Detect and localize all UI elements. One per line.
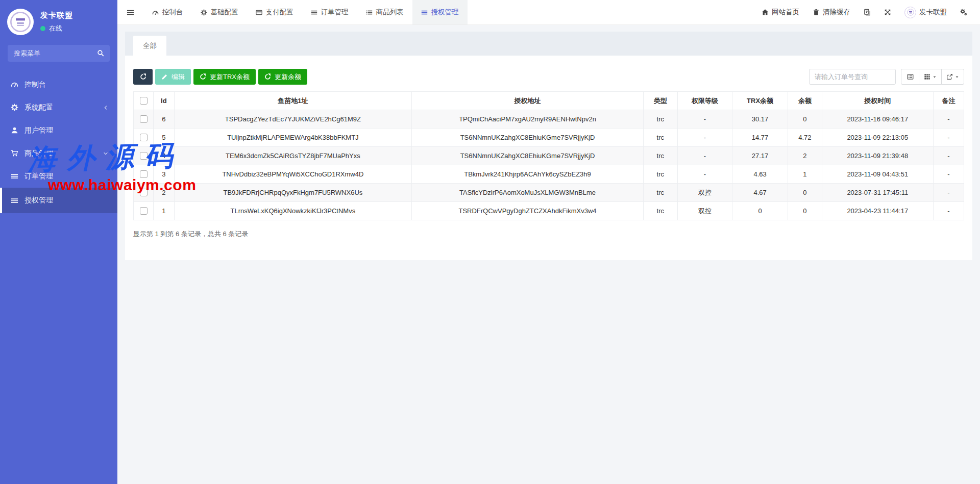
nav-tab-label: 订单管理 (321, 8, 349, 17)
row-checkbox-cell (134, 165, 154, 184)
table-cell: 2023-11-09 21:39:48 (822, 147, 933, 165)
settings-button[interactable] (953, 0, 974, 24)
select-all-checkbox[interactable] (140, 97, 148, 105)
sidebar-item-dashboard[interactable]: 控制台 (0, 73, 117, 96)
table-row: 6TSPDacgZYezTdEc7YJUKMZiVE2hCg61M9ZTPQmi… (134, 110, 964, 129)
sidebar-item-user-management[interactable]: 用户管理 (0, 119, 117, 142)
row-checkbox[interactable] (140, 134, 148, 141)
detail-view-icon (907, 73, 914, 80)
table-cell: trc (643, 147, 677, 165)
checkbox-column-header (134, 92, 154, 110)
table-cell: 1 (154, 202, 175, 220)
sidebar-item-system-config[interactable]: 系统配置 (0, 96, 117, 119)
row-checkbox[interactable] (140, 170, 148, 178)
sidebar-item-label: 系统配置 (24, 103, 97, 112)
row-checkbox[interactable] (140, 189, 148, 196)
sidebar-item-product-management[interactable]: 商品管理 (0, 142, 117, 165)
table-row: 2TB9JkFDRrjCHRpqQyxFkHgm7FU5RWNX6UsTASfi… (134, 184, 964, 202)
panel-tabstrip: 全部 (125, 32, 972, 56)
user-icon (11, 126, 18, 134)
columns-button[interactable] (919, 69, 942, 85)
table-cell: trc (643, 165, 677, 184)
auth-table: Id鱼苗地1址授权地址类型权限等级TRX余额余额授权时间备注 6TSPDacgZ… (133, 91, 964, 220)
table-cell: - (933, 110, 964, 129)
table-cell: trc (643, 184, 677, 202)
table-cell: 3 (154, 165, 175, 184)
column-header[interactable]: 余额 (788, 92, 822, 110)
table-row: 5TUijnpZtkMjRLAPEMEWArg4bK38bbFKMTJTS6NN… (134, 129, 964, 147)
table-body: 6TSPDacgZYezTdEc7YJUKMZiVE2hCg61M9ZTPQmi… (134, 110, 964, 220)
table-cell: TS6NNmnUKZahgXC8EhiuKGme7SVRjjyKjD (412, 147, 644, 165)
table-cell: - (677, 129, 732, 147)
row-checkbox[interactable] (140, 152, 148, 160)
column-header[interactable]: 授权地址 (412, 92, 644, 110)
row-checkbox-cell (134, 147, 154, 165)
row-checkbox-cell (134, 110, 154, 129)
chevron-down-icon (103, 151, 108, 156)
table-row: 1TLrnsWeLxKQ6igXNowkzkiKfJr3PCtNMvsTSRDF… (134, 202, 964, 220)
dashboard-icon (152, 9, 159, 16)
gears-icon (960, 9, 967, 16)
nav-tab-dashboard[interactable]: 控制台 (143, 0, 192, 24)
table-cell: trc (643, 202, 677, 220)
panel: 编辑 更新TRX余额 更新余额 (125, 56, 972, 260)
export-button[interactable] (941, 69, 964, 85)
nav-tab-product-list[interactable]: 商品列表 (357, 0, 412, 24)
sidebar-item-auth-management[interactable]: 授权管理 (0, 188, 117, 213)
toggle-view-button[interactable] (901, 69, 919, 85)
edit-button[interactable]: 编辑 (155, 69, 191, 85)
table-cell: 5 (154, 129, 175, 147)
table-cell: TPQmiChAaciPM7xgAU2myR9AENHwtNpv2n (412, 110, 644, 129)
table-cell: 1 (788, 165, 822, 184)
chevron-left-icon (103, 105, 108, 110)
table-cell: 双控 (677, 184, 732, 202)
fullscreen-button[interactable] (877, 0, 898, 24)
clear-cache-link[interactable]: 清除缓存 (806, 0, 857, 24)
cart-icon (11, 149, 18, 157)
column-header[interactable]: 授权时间 (822, 92, 933, 110)
user-menu[interactable]: 发卡联盟 (898, 0, 953, 24)
list-ul-icon (366, 9, 373, 16)
column-header[interactable]: 备注 (933, 92, 964, 110)
nav-tab-base-config[interactable]: 基础配置 (192, 0, 247, 24)
update-balance-button[interactable]: 更新余额 (258, 69, 307, 85)
language-button[interactable] (857, 0, 877, 24)
home-link[interactable]: 网站首页 (755, 0, 806, 24)
nav-tab-payment-config[interactable]: 支付配置 (247, 0, 302, 24)
edit-button-label: 编辑 (172, 72, 185, 82)
column-header[interactable]: TRX余额 (732, 92, 788, 110)
hamburger-icon[interactable] (117, 0, 143, 24)
nav-tab-label: 授权管理 (431, 8, 459, 17)
column-header[interactable]: 权限等级 (677, 92, 732, 110)
tab-all[interactable]: 全部 (133, 36, 166, 56)
sidebar-item-order-management[interactable]: 订单管理 (0, 165, 117, 188)
table-cell: TS6NNmnUKZahgXC8EhiuKGme7SVRjjyKjD (412, 129, 644, 147)
order-search-input[interactable] (809, 69, 896, 85)
nav-tab-order-management[interactable]: 订单管理 (302, 0, 357, 24)
list-icon (11, 197, 18, 205)
home-icon (762, 9, 769, 16)
trash-icon (813, 9, 820, 16)
row-checkbox[interactable] (140, 115, 148, 123)
table-cell: - (933, 184, 964, 202)
sidebar-search-input[interactable] (8, 45, 110, 62)
table-cell: trc (643, 110, 677, 129)
column-header[interactable]: 鱼苗地1址 (174, 92, 411, 110)
nav-tab-auth-management[interactable]: 授权管理 (412, 0, 468, 24)
table-cell: - (933, 129, 964, 147)
user-avatar (904, 7, 916, 18)
table-cell: 0 (788, 110, 822, 129)
content-area: 全部 编辑 更新TRX余额 (117, 25, 980, 484)
column-header[interactable]: 类型 (643, 92, 677, 110)
column-header[interactable]: Id (154, 92, 175, 110)
online-status-label: 在线 (49, 24, 62, 33)
row-checkbox[interactable] (140, 207, 148, 215)
table-cell: - (933, 165, 964, 184)
refresh-button[interactable] (133, 69, 153, 85)
update-balance-label: 更新余额 (275, 72, 301, 82)
search-icon[interactable] (97, 49, 104, 57)
table-cell: - (677, 147, 732, 165)
username-label: 发卡联盟 (919, 8, 947, 17)
row-checkbox-cell (134, 184, 154, 202)
update-trx-balance-button[interactable]: 更新TRX余额 (193, 69, 256, 85)
